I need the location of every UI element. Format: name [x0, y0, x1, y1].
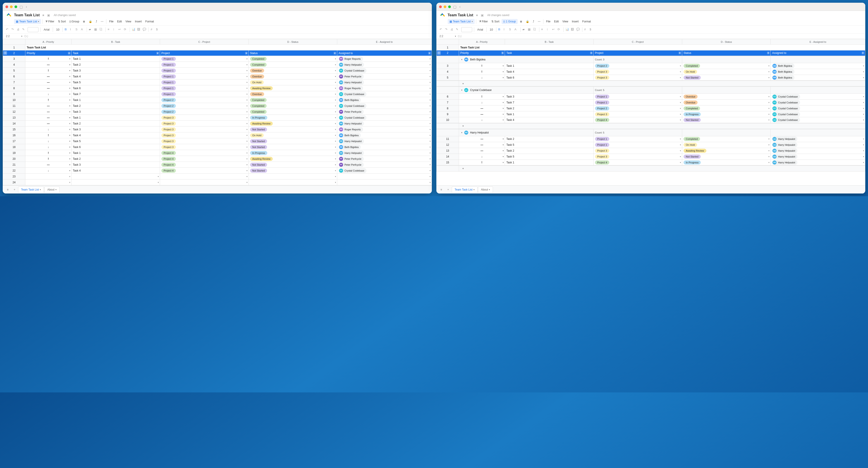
- cell-dropdown-icon[interactable]: ▾: [863, 95, 864, 98]
- assignee-cell[interactable]: CCCrystal Codebase▾: [337, 68, 432, 73]
- priority-cell[interactable]: !▾: [25, 150, 71, 156]
- cell-dropdown-icon[interactable]: ▾: [768, 119, 770, 121]
- assignee-cell[interactable]: BBBeth Bigidea▾: [771, 69, 865, 75]
- add-sheet-button[interactable]: ＋: [445, 188, 451, 191]
- cell-dropdown-icon[interactable]: ▾: [768, 76, 770, 79]
- cell-dropdown-icon[interactable]: ▾: [335, 87, 336, 89]
- filter-header-task[interactable]: Task▾: [71, 51, 160, 56]
- priority-cell[interactable]: —▾: [25, 62, 71, 68]
- sidebar-toggle-icon[interactable]: ▢: [453, 5, 457, 9]
- row-number[interactable]: 6: [3, 73, 25, 80]
- assignee-chip[interactable]: BBBeth Bigidea: [772, 69, 794, 74]
- cell-dropdown-icon[interactable]: ▾: [680, 71, 681, 73]
- priority-cell[interactable]: —▾: [25, 103, 71, 109]
- task-cell[interactable]: Task 5: [505, 154, 593, 160]
- project-cell[interactable]: Project 2▾: [160, 97, 249, 103]
- priority-cell[interactable]: —▾: [25, 80, 71, 85]
- assignee-cell[interactable]: CCCrystal Codebase▾: [337, 91, 432, 97]
- filter-button[interactable]: ⧩Filter: [477, 19, 489, 24]
- assignee-cell[interactable]: CCCrystal Codebase▾: [771, 94, 865, 100]
- cell-dropdown-icon[interactable]: ▾: [680, 65, 681, 67]
- task-cell[interactable]: Task 7: [71, 91, 160, 97]
- filter-arrow-icon[interactable]: ▾: [156, 52, 159, 55]
- cell-dropdown-icon[interactable]: ▾: [69, 111, 70, 113]
- back-icon[interactable]: ‹: [26, 5, 30, 9]
- project-cell[interactable]: Project 3▾: [593, 154, 682, 160]
- task-cell[interactable]: Task 2: [505, 136, 593, 142]
- task-cell[interactable]: Task 5: [71, 80, 160, 85]
- cell-dropdown-icon[interactable]: ▾: [863, 76, 864, 79]
- filter-arrow-icon[interactable]: ▾: [767, 52, 770, 54]
- row-number[interactable]: 19: [3, 150, 25, 156]
- status-cell[interactable]: Completed▾: [249, 109, 337, 115]
- cell-dropdown-icon[interactable]: ▾: [430, 87, 431, 89]
- doc-title[interactable]: Team Task List: [14, 13, 40, 17]
- filter-header-priority[interactable]: Priority▾: [459, 51, 505, 56]
- cell-dropdown-icon[interactable]: ▾: [680, 107, 681, 110]
- borders-icon[interactable]: ▦: [94, 28, 98, 32]
- project-cell[interactable]: Project 1▾: [160, 85, 249, 91]
- priority-cell[interactable]: !▾: [25, 97, 71, 103]
- assignee-cell[interactable]: BBBeth Bigidea▾: [337, 132, 432, 138]
- assignee-chip[interactable]: BBBeth Bigidea: [772, 75, 794, 80]
- cell-dropdown-icon[interactable]: ▾: [246, 176, 248, 178]
- project-cell[interactable]: Project 1▾: [160, 73, 249, 80]
- filter-header-priority[interactable]: Priority▾: [25, 51, 71, 56]
- font-size[interactable]: 10: [489, 27, 494, 32]
- cell-dropdown-icon[interactable]: ▾: [69, 64, 70, 66]
- cell-dropdown-icon[interactable]: ▾: [503, 150, 504, 152]
- assignee-cell[interactable]: CCCrystal Codebase▾: [337, 168, 432, 174]
- chevron-down-icon[interactable]: ▾: [40, 188, 41, 191]
- status-cell[interactable]: In Progress▾: [682, 160, 771, 165]
- assignee-chip[interactable]: HHHarry Helpsalot: [339, 62, 364, 67]
- task-cell[interactable]: Task 1: [505, 160, 593, 165]
- cell-dropdown-icon[interactable]: ▾: [69, 122, 70, 125]
- assignee-cell[interactable]: HHHarry Helpsalot▾: [771, 136, 865, 142]
- priority-cell[interactable]: !▾: [459, 160, 505, 165]
- assignee-chip[interactable]: RRRoger Reports: [339, 127, 363, 132]
- row-number[interactable]: 8: [436, 105, 459, 111]
- sidebar-toggle-icon[interactable]: ▢: [20, 5, 24, 9]
- cell-dropdown-icon[interactable]: ▾: [430, 122, 431, 125]
- task-cell[interactable]: Task 6: [71, 85, 160, 91]
- status-cell[interactable]: Not Started▾: [249, 162, 337, 168]
- sheet-tab-2[interactable]: About▾: [44, 186, 59, 193]
- merge-icon[interactable]: ⿻: [100, 28, 104, 32]
- cell-dropdown-icon[interactable]: ▾: [430, 164, 431, 166]
- cell-dropdown-icon[interactable]: ▾: [335, 134, 336, 136]
- zoom-input[interactable]: [461, 27, 472, 32]
- redo-icon[interactable]: ↷: [11, 28, 16, 32]
- priority-cell[interactable]: —▾: [459, 142, 505, 148]
- cell-dropdown-icon[interactable]: ▾: [69, 152, 70, 154]
- add-row-button[interactable]: ＋: [459, 123, 865, 129]
- filter-arrow-icon[interactable]: ▾: [245, 52, 248, 55]
- cell-dropdown-icon[interactable]: ▾: [503, 107, 504, 110]
- bold-button[interactable]: B: [498, 28, 502, 32]
- menu-edit[interactable]: Edit: [553, 19, 560, 24]
- project-cell[interactable]: Project 3▾: [593, 148, 682, 154]
- cell-dropdown-icon[interactable]: ▾: [69, 181, 70, 184]
- share-button[interactable]: ⤴: [94, 19, 98, 24]
- cell-dropdown-icon[interactable]: ▾: [69, 128, 70, 131]
- status-cell[interactable]: On Hold▾: [682, 142, 771, 148]
- menu-format[interactable]: Format: [581, 19, 592, 24]
- cell-dropdown-icon[interactable]: ▾: [335, 117, 336, 119]
- cell-dropdown-icon[interactable]: ▾: [768, 138, 770, 140]
- cell-dropdown-icon[interactable]: ▾: [335, 93, 336, 95]
- project-cell[interactable]: Project 3▾: [593, 69, 682, 75]
- assignee-cell[interactable]: PPPeter Perfcycle▾: [337, 73, 432, 80]
- corner-cell[interactable]: [436, 39, 459, 44]
- task-cell[interactable]: Task 3: [71, 126, 160, 132]
- cell-dropdown-icon[interactable]: ▾: [69, 134, 70, 136]
- row-height-button[interactable]: ≣: [82, 19, 87, 24]
- more-button[interactable]: ⋯: [99, 19, 105, 24]
- project-cell[interactable]: Project 4▾: [160, 168, 249, 174]
- priority-cell[interactable]: ↓▾: [25, 168, 71, 174]
- project-cell[interactable]: Project 4▾: [160, 150, 249, 156]
- assignee-cell[interactable]: HHHarry Helpsalot▾: [337, 80, 432, 85]
- chevron-down-icon[interactable]: ▾: [473, 188, 475, 191]
- cell-dropdown-icon[interactable]: ▾: [335, 164, 336, 166]
- hash-icon[interactable]: #: [151, 28, 155, 32]
- chevron-down-icon[interactable]: ▾: [455, 35, 456, 37]
- assignee-chip[interactable]: HHHarry Helpsalot: [339, 121, 364, 126]
